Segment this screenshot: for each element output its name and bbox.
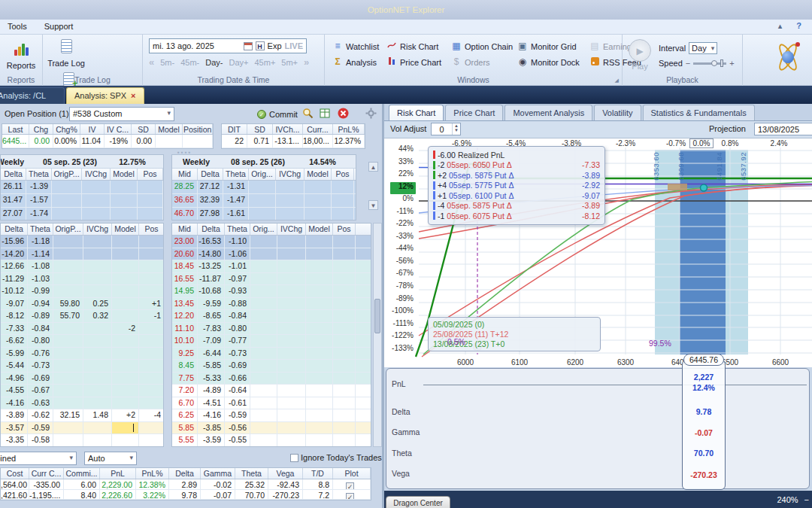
- strategy-dropdown[interactable]: #538 Custom ▾: [69, 107, 174, 121]
- close-position-icon[interactable]: [338, 108, 350, 120]
- tab-volatility[interactable]: Volatility: [594, 105, 641, 120]
- table-row[interactable]: -4.55-0.67: [1, 385, 163, 397]
- nav-day-plus[interactable]: Day+: [229, 58, 248, 67]
- table-row[interactable]: -4.96-0.69: [1, 373, 163, 385]
- reports-button[interactable]: Reports: [0, 35, 42, 70]
- risk-chart-button[interactable]: Risk Chart: [386, 39, 451, 53]
- scroll-down-icon[interactable]: ▼: [368, 200, 378, 210]
- table-row[interactable]: 23.00-16.53-1.10: [172, 236, 371, 248]
- table-row[interactable]: -5.99-0.76: [1, 348, 163, 360]
- table-row[interactable]: 5.85-3.85-0.56: [172, 422, 371, 435]
- title-bar[interactable]: OptionNET Explorer: [0, 0, 812, 20]
- table-row[interactable]: 13.45-9.59-0.88: [172, 298, 371, 311]
- watchlist-button[interactable]: ≡Watchlist: [332, 39, 386, 53]
- table-row[interactable]: -6.62-0.80: [1, 335, 163, 348]
- time-icon[interactable]: H: [256, 41, 265, 50]
- table-row[interactable]: 10.10-7.09-0.77: [172, 335, 371, 348]
- table-row[interactable]: 36.6532.39-1.47: [172, 194, 356, 208]
- plot-checkbox[interactable]: ✓: [346, 482, 354, 489]
- projection-date-input[interactable]: 13/08/2025: [754, 123, 812, 135]
- table-row[interactable]: -3.35-0.58: [1, 434, 163, 447]
- table-row[interactable]: 5.55-3.59-0.55: [172, 434, 371, 447]
- vol-adjust-stepper[interactable]: 0 ▲▼: [431, 123, 461, 135]
- nav-45m-minus[interactable]: 45m-: [180, 58, 199, 67]
- tab-statistics[interactable]: Statistics & Fundamentals: [643, 105, 755, 120]
- table-row[interactable]: 18.45-13.25-1.01: [172, 260, 371, 273]
- table-row[interactable]: 31.47-1.57: [1, 194, 163, 208]
- trade-log-button[interactable]: Trade Log: [43, 35, 89, 68]
- zoom-out-icon[interactable]: −: [804, 495, 809, 504]
- nav-5m-plus[interactable]: 5m+: [281, 58, 298, 67]
- nav-5m-minus[interactable]: 5m-: [160, 58, 174, 67]
- table-row[interactable]: -10.12-0.99: [1, 285, 163, 298]
- export-table-icon[interactable]: [320, 108, 332, 120]
- analysis-button[interactable]: ΣAnalysis: [332, 55, 386, 69]
- table-row[interactable]: -9.07-0.9459.800.25+1: [1, 298, 163, 311]
- table-row[interactable]: 28.2527.12-1.31: [172, 181, 356, 194]
- chain-scrollbar[interactable]: [373, 223, 382, 447]
- scroll-up-icon[interactable]: ▲: [368, 162, 378, 172]
- scrollbar-thumb[interactable]: [374, 299, 380, 333]
- tab-price-chart[interactable]: Price Chart: [445, 105, 503, 120]
- dialog-launcher-icon[interactable]: ◢: [615, 78, 619, 84]
- table-row[interactable]: -3.57-0.59: [1, 422, 163, 435]
- risk-chart[interactable]: -6.9% -5.4% -3.8% -2.3% -0.7% 0.8% 2.4% …: [384, 138, 812, 367]
- table-row[interactable]: 7.20-4.89-0.64: [172, 385, 371, 397]
- table-row[interactable]: 26.11-1.39: [1, 181, 163, 194]
- table-row[interactable]: 27.07-1.74: [1, 208, 163, 221]
- price-chart-button[interactable]: Price Chart: [386, 55, 451, 69]
- table-row[interactable]: 20.60-14.80-1.06: [172, 248, 371, 261]
- table-row[interactable]: 14.95-10.68-0.93: [172, 285, 371, 298]
- speed-slider[interactable]: [693, 62, 726, 65]
- table-row[interactable]: 7.75-5.33-0.66: [172, 373, 371, 385]
- table-row[interactable]: -12.66-1.08: [1, 260, 163, 273]
- tab-movement-analysis[interactable]: Movement Analysis: [504, 105, 592, 120]
- table-row[interactable]: 6.25-4.16-0.59: [172, 409, 371, 422]
- tab-risk-chart[interactable]: Risk Chart: [389, 105, 444, 120]
- table-row[interactable]: 6.70-4.51-0.61: [172, 397, 371, 410]
- combine-mode-dropdown[interactable]: Combined▾: [0, 452, 77, 465]
- exp-label[interactable]: Exp: [268, 41, 282, 50]
- speed-slider-knob[interactable]: [711, 60, 717, 66]
- ignore-trades-checkbox[interactable]: Ignore Today's Trades: [290, 453, 382, 462]
- table-row[interactable]: ,421.60-1,195....8.402,226.603.22%9.78-0…: [1, 490, 371, 500]
- calendar-icon[interactable]: [244, 42, 253, 50]
- table-row[interactable]: -11.29-1.03: [1, 273, 163, 286]
- grouping-dropdown[interactable]: Auto▾: [84, 452, 137, 465]
- taskbar-item-dragon-center[interactable]: Dragon Center: [386, 496, 450, 508]
- speed-minus-icon[interactable]: −: [686, 59, 690, 68]
- menu-support[interactable]: Support: [37, 20, 81, 31]
- table-row[interactable]: 9.25-6.44-0.73: [172, 348, 371, 360]
- nav-prev-icon[interactable]: «: [149, 56, 154, 68]
- menu-tools[interactable]: Tools: [0, 20, 35, 31]
- nav-next-icon[interactable]: »: [304, 56, 309, 68]
- table-row[interactable]: ,564.00-335.006.002,229.0012.38%2.89-0.0…: [1, 479, 371, 490]
- table-row[interactable]: 11.10-7.83-0.80: [172, 323, 371, 336]
- tab-analysis-cl[interactable]: Analysis: /CL: [0, 87, 65, 104]
- plot-checkbox[interactable]: ✓: [346, 493, 354, 500]
- search-icon[interactable]: [302, 108, 314, 120]
- gear-icon[interactable]: [365, 108, 377, 120]
- table-row[interactable]: 8.45-5.85-0.69: [172, 360, 371, 373]
- table-row[interactable]: -14.20-1.14: [1, 248, 163, 261]
- table-row[interactable]: -7.33-0.84-2: [1, 323, 163, 336]
- interval-select[interactable]: Day▾: [689, 42, 717, 54]
- collapse-ribbon-icon[interactable]: ▴: [778, 21, 783, 30]
- checkbox-icon[interactable]: [290, 454, 298, 462]
- speed-plus-icon[interactable]: +: [729, 59, 734, 68]
- tab-analysis-spx[interactable]: Analysis: SPX×: [66, 87, 144, 104]
- table-row[interactable]: -8.12-0.8955.700.32-1: [1, 310, 163, 323]
- table-row[interactable]: 16.55-11.87-0.97: [172, 273, 371, 286]
- monitor-grid-button[interactable]: ▣Monitor Grid: [517, 39, 589, 53]
- monitor-dock-button[interactable]: ◉Monitor Dock: [517, 55, 589, 69]
- table-row[interactable]: -3.89-0.6232.151.48+2-4: [1, 409, 163, 422]
- table-row[interactable]: 12.20-8.65-0.84: [172, 310, 371, 323]
- live-label[interactable]: LIVE: [285, 41, 303, 50]
- table-row[interactable]: -15.96-1.18: [1, 236, 163, 248]
- table-row[interactable]: -4.16-0.63: [1, 397, 163, 410]
- nav-day-minus[interactable]: Day-: [205, 58, 223, 67]
- play-button[interactable]: ▶: [629, 39, 651, 62]
- help-icon[interactable]: ?: [796, 21, 801, 30]
- trading-date-input[interactable]: mi. 13 ago. 2025 H Exp LIVE: [149, 38, 307, 53]
- table-row[interactable]: -5.44-0.73: [1, 360, 163, 373]
